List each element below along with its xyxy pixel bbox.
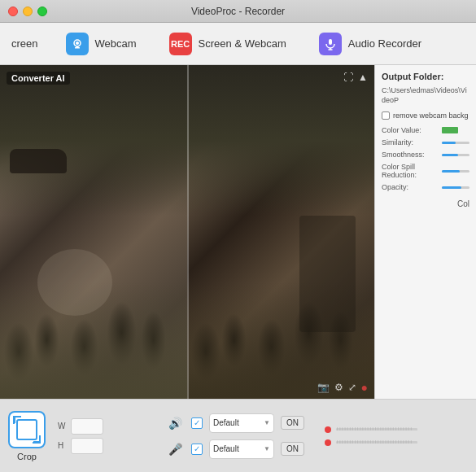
crop-label: Crop	[17, 452, 37, 461]
w-label: W	[58, 422, 68, 430]
crop-icon	[16, 419, 37, 440]
video-bottom-controls: 📷 ⚙ ⤢ ●	[317, 381, 368, 394]
audio-checkmark: ✓	[194, 418, 200, 427]
title-bar: VideoProc - Recorder	[0, 0, 476, 23]
fullscreen-icon[interactable]: ⛶	[343, 72, 353, 83]
bottom-toolbar: Crop W H 🔊 ✓ Default ▼ ON	[0, 399, 476, 472]
volume-sliders	[325, 426, 417, 446]
screen-webcam-icon: REC	[169, 33, 192, 55]
output-folder-path[interactable]: C:\Users\edmas\Videos\VideoP	[382, 86, 469, 105]
smoothness-label: Smoothness:	[382, 151, 439, 159]
mic-row: 🎤 ✓ Default ▼ ON	[168, 439, 304, 459]
mic-dropdown-label: Default	[213, 444, 239, 453]
mic-checkbox[interactable]: ✓	[191, 444, 203, 455]
vol-fill-2	[336, 441, 417, 444]
width-input[interactable]	[71, 418, 103, 435]
similarity-row: Similarity:	[382, 138, 469, 146]
main-content: Converter AI ⛶ ▲ 📷 ⚙ ⤢ ● Output Folder: …	[0, 65, 476, 399]
height-input[interactable]	[71, 438, 103, 454]
av-controls: 🔊 ✓ Default ▼ ON 🎤 ✓ Default ▼	[168, 413, 304, 459]
mic-dropdown[interactable]: Default ▼	[209, 439, 274, 459]
audio-recorder-label: Audio Recorder	[348, 37, 421, 50]
opacity-track[interactable]	[442, 186, 469, 189]
nav-bar: creen Webcam REC Screen & Webcam A	[0, 23, 476, 65]
record-button[interactable]: ●	[361, 381, 368, 394]
remove-webcam-bg-label: remove webcam backg	[393, 111, 469, 120]
mic-icon: 🎤	[168, 443, 185, 456]
color-value-swatch[interactable]	[442, 127, 458, 133]
nav-screen-label[interactable]: creen	[8, 33, 41, 55]
audio-checkbox[interactable]: ✓	[191, 417, 203, 429]
right-panel: Output Folder: C:\Users\edmas\Videos\Vid…	[374, 65, 476, 399]
remove-webcam-bg-checkbox[interactable]	[382, 111, 390, 120]
nav-screen-webcam[interactable]: REC Screen & Webcam	[161, 28, 295, 60]
settings2-icon[interactable]: ⚙	[334, 382, 343, 393]
vol-dot-1	[325, 426, 331, 433]
color-value-row: Color Value:	[382, 126, 469, 134]
audio-on-badge: ON	[281, 416, 304, 430]
color-value-label: Color Value:	[382, 126, 439, 134]
color-spill-row: Color Spill Reduction:	[382, 163, 469, 179]
webcam-icon	[66, 33, 89, 55]
converter-ai-label: Converter AI	[7, 72, 70, 85]
vol-slider-1[interactable]	[336, 428, 417, 430]
height-row: H	[58, 438, 103, 454]
col-label: Col	[457, 199, 469, 208]
audio-recorder-icon	[319, 33, 342, 55]
vol-row-2	[325, 439, 417, 446]
minimize-button[interactable]	[23, 7, 33, 16]
audio-dropdown-label: Default	[213, 418, 239, 427]
vol-slider-2[interactable]	[336, 441, 417, 444]
svg-point-1	[76, 42, 79, 45]
h-label: H	[58, 441, 68, 450]
vol-row-1	[325, 426, 417, 433]
remove-webcam-bg-row: remove webcam backg	[382, 111, 469, 120]
svg-rect-3	[76, 46, 78, 48]
mic-checkbox-wrap: ✓	[191, 444, 203, 455]
opacity-row: Opacity:	[382, 183, 469, 191]
similarity-track[interactable]	[442, 142, 469, 144]
crop-tool[interactable]: Crop	[8, 411, 46, 461]
col-section: Col	[382, 198, 469, 209]
dimension-inputs: W H	[58, 418, 103, 454]
vol-fill-1	[336, 428, 417, 430]
nav-audio-recorder[interactable]: Audio Recorder	[311, 28, 430, 60]
window-controls[interactable]	[8, 7, 47, 16]
close-button[interactable]	[8, 7, 18, 16]
audio-dropdown-arrow: ▼	[264, 419, 270, 426]
color-spill-track[interactable]	[442, 170, 469, 173]
audio-row: 🔊 ✓ Default ▼ ON	[168, 413, 304, 433]
photo-right-panel	[187, 65, 374, 399]
screenshot-icon[interactable]: 📷	[317, 382, 330, 393]
photo-divider	[187, 65, 189, 399]
audio-dropdown[interactable]: Default ▼	[209, 413, 274, 433]
output-folder-label: Output Folder:	[382, 72, 469, 81]
color-spill-label: Color Spill Reduction:	[382, 163, 439, 179]
maximize-button[interactable]	[37, 7, 47, 16]
crop-icon-box[interactable]	[8, 411, 46, 448]
audio-checkbox-wrap: ✓	[191, 417, 203, 429]
resize-icon[interactable]: ⤢	[348, 382, 356, 393]
photo-left-panel	[0, 65, 187, 399]
screen-webcam-label: Screen & Webcam	[199, 37, 286, 50]
speaker-icon: 🔊	[168, 417, 185, 430]
mic-on-badge: ON	[281, 442, 304, 456]
mic-dropdown-arrow: ▼	[264, 445, 270, 452]
width-row: W	[58, 418, 103, 435]
video-area: Converter AI ⛶ ▲ 📷 ⚙ ⤢ ●	[0, 65, 374, 399]
smoothness-track[interactable]	[442, 154, 469, 156]
similarity-label: Similarity:	[382, 138, 439, 146]
mic-checkmark: ✓	[194, 444, 200, 453]
svg-rect-4	[329, 39, 332, 45]
opacity-label: Opacity:	[382, 183, 439, 191]
video-controls-top: ⛶ ▲	[343, 72, 368, 83]
nav-webcam[interactable]: Webcam	[58, 28, 145, 60]
vol-dot-2	[325, 439, 331, 446]
webcam-label: Webcam	[95, 37, 137, 50]
window-title: VideoProc - Recorder	[191, 6, 285, 17]
settings-icon[interactable]: ▲	[358, 72, 368, 83]
smoothness-row: Smoothness:	[382, 151, 469, 159]
